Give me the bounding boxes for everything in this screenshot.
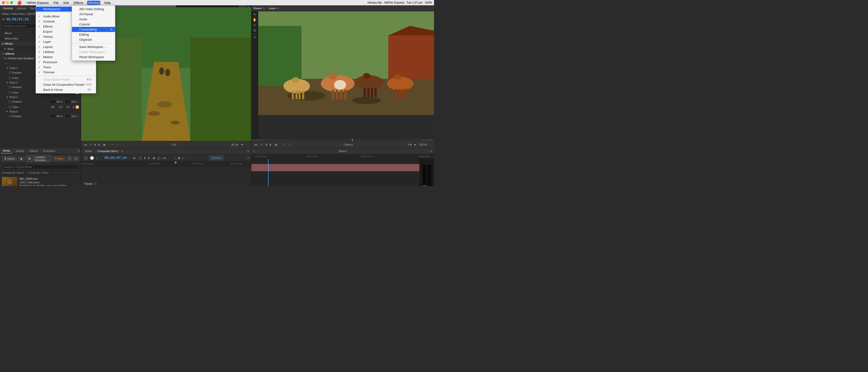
mask-visibility-icon[interactable]: 👁 bbox=[4, 48, 6, 51]
viewer-quality-select[interactable]: Full bbox=[405, 143, 417, 147]
submenu-360-video[interactable]: 360 Video Editing bbox=[72, 6, 115, 11]
select-tool[interactable]: ↖ bbox=[253, 12, 256, 16]
more-options-button[interactable]: ⋯ bbox=[245, 143, 249, 146]
viewer-more-button[interactable]: ⋯ bbox=[428, 143, 432, 146]
play-button[interactable]: ▶ bbox=[103, 143, 107, 147]
apple-menu-item[interactable]: 🍎 bbox=[17, 0, 22, 5]
viewer-out-point[interactable]: ⊣ bbox=[287, 143, 291, 146]
viewer-menu-icon[interactable]: ≡ bbox=[263, 6, 265, 10]
import-button[interactable]: ⬇ Import bbox=[2, 156, 17, 161]
tab-history[interactable]: History bbox=[14, 149, 26, 153]
tab-lifetime[interactable]: Lifetime bbox=[16, 6, 27, 10]
point3-pos-y[interactable]: -300.0 bbox=[64, 100, 79, 104]
hand-tool[interactable]: ✋ bbox=[253, 18, 257, 22]
media-item-1[interactable]: IMG5099 IMG_5099.mov 1920 x 1080 pixels … bbox=[1, 176, 80, 186]
point3-pos-x[interactable]: 300.0 bbox=[50, 100, 64, 104]
point3-header[interactable]: ▼ Point 3 bbox=[0, 95, 81, 99]
point3-r[interactable]: 189 bbox=[49, 105, 56, 109]
layer-menu-icon[interactable]: ≡ bbox=[277, 6, 279, 10]
transform-tool[interactable]: ⊕ bbox=[253, 28, 256, 32]
in-point-button[interactable]: ⊢ bbox=[111, 143, 115, 146]
media-panel-menu-icon[interactable]: ≡ bbox=[78, 149, 80, 153]
tab-controls[interactable]: Controls bbox=[2, 6, 14, 10]
step-back-button[interactable]: ◁| bbox=[88, 143, 93, 146]
point4-pos-x[interactable]: -300.0 bbox=[50, 114, 64, 118]
tab-effects-media[interactable]: Effects bbox=[28, 149, 39, 153]
tl-go-next-key[interactable]: ⏭ bbox=[162, 156, 167, 160]
viewer-step-back[interactable]: ◁| bbox=[259, 143, 263, 146]
tab-text[interactable]: Text bbox=[29, 6, 36, 10]
viewer-go-start[interactable]: ⏮ bbox=[253, 143, 258, 147]
tab-composite-shot[interactable]: Composite Shot 1 bbox=[95, 149, 120, 154]
list-view-button[interactable]: ☰ bbox=[67, 156, 72, 161]
minimize-button[interactable] bbox=[6, 1, 9, 4]
submenu-all-panels[interactable]: All Panels bbox=[72, 11, 115, 17]
tab-processor[interactable]: Processor bbox=[41, 149, 57, 153]
export-button[interactable]: Export ▸ bbox=[209, 155, 223, 160]
help-menu-item[interactable]: Help bbox=[103, 1, 112, 5]
quality-select[interactable]: 66.3% bbox=[229, 143, 244, 147]
mask-tool[interactable]: ◎ bbox=[254, 35, 256, 39]
menu-trimmer[interactable]: ✓ Trimmer bbox=[36, 70, 96, 75]
viewer-in-point[interactable]: ⊢ bbox=[283, 143, 286, 146]
go-start-button[interactable]: ⏮ bbox=[83, 143, 88, 147]
tl-go-prev-key[interactable]: ⏮ bbox=[132, 156, 136, 160]
tl-play-back[interactable]: ⏵⏵ bbox=[143, 155, 152, 160]
window-controls bbox=[2, 1, 13, 4]
viewer-play-pause[interactable]: ⏵⏵ bbox=[264, 142, 273, 147]
play-pause-button[interactable]: ⏵⏵ bbox=[93, 142, 102, 147]
submenu-audio[interactable]: Audio bbox=[72, 17, 115, 22]
point4-header[interactable]: ▼ Point 4 bbox=[0, 110, 81, 114]
tl-step-fwd[interactable]: |▷ bbox=[157, 156, 162, 160]
timeline-snap-btn[interactable]: ⬛ bbox=[83, 156, 89, 160]
effects-menu-item[interactable]: Effects bbox=[73, 1, 84, 5]
grid-view-button[interactable]: ⊞ bbox=[73, 156, 79, 161]
point3-g[interactable]: 133 bbox=[56, 105, 64, 109]
tl-play-fwd[interactable]: ▶ bbox=[152, 156, 156, 160]
tl-step-back[interactable]: ◁| bbox=[137, 156, 142, 160]
hitfilm-menu-item[interactable]: HitFilm Express bbox=[26, 1, 50, 5]
tl-keyframe-prev[interactable]: ◁ bbox=[173, 156, 177, 160]
submenu-colorist[interactable]: Colorist bbox=[72, 22, 115, 27]
menu-back-to-home[interactable]: Back to Home ⌘1 bbox=[36, 87, 96, 92]
timeline-timecode[interactable]: 00;00;07;24 bbox=[104, 156, 127, 160]
edit-menu-item[interactable]: Edit bbox=[62, 1, 70, 5]
submenu-save-workspace[interactable]: Save Workspace... bbox=[72, 44, 115, 50]
point3-b[interactable]: 107 bbox=[64, 105, 71, 109]
close-button[interactable] bbox=[2, 1, 5, 4]
submenu-editing[interactable]: Editing bbox=[72, 32, 115, 37]
point4-pos-y[interactable]: -300.0 bbox=[64, 114, 79, 118]
submenu-reset-workspace[interactable]: Reset Workspace bbox=[72, 55, 115, 60]
file-menu-item[interactable]: File bbox=[53, 1, 60, 5]
new-button[interactable]: ✦ New bbox=[53, 156, 65, 161]
menu-close-all-panels[interactable]: Close All Composition Panels ⇧⌘W bbox=[36, 82, 96, 87]
tracks-add-icon[interactable]: ☰ bbox=[94, 182, 97, 186]
timecode-display[interactable]: 00;00;07;24 bbox=[6, 18, 29, 21]
point3-eyedropper[interactable]: ⊕ bbox=[72, 105, 74, 109]
close-composite-tab[interactable]: ✕ bbox=[121, 149, 124, 153]
meters-menu-icon[interactable]: ≡ bbox=[430, 149, 432, 153]
timeline-menu-icon[interactable]: ≡ bbox=[247, 156, 249, 160]
sort-asc-icon[interactable]: ↑ bbox=[74, 171, 75, 174]
viewer-play[interactable]: ▶ bbox=[274, 143, 279, 147]
tl-keyframe-add[interactable]: ◆ bbox=[177, 156, 181, 160]
submenu-organize[interactable]: Organize bbox=[72, 37, 115, 42]
menu-track[interactable]: ✓ Track bbox=[36, 65, 96, 70]
tab-media[interactable]: Media bbox=[1, 148, 12, 154]
window-menu-item[interactable]: Window bbox=[87, 1, 100, 5]
timeline-marker-btn[interactable]: ◇ bbox=[95, 156, 99, 160]
maximize-button[interactable] bbox=[10, 1, 13, 4]
installed-templates-button[interactable]: ⊞ Installed Templates bbox=[26, 155, 51, 162]
media-search-input[interactable] bbox=[2, 164, 79, 169]
play-preview-button[interactable]: ▶ bbox=[19, 156, 25, 161]
text-tool[interactable]: A bbox=[254, 23, 256, 27]
point3-color-swatch[interactable] bbox=[75, 105, 79, 109]
submenu-compositing[interactable]: Compositing ↖ bbox=[72, 27, 115, 32]
tab-editor[interactable]: Editor bbox=[83, 149, 94, 154]
viewer-scrubber[interactable]: 00;00;07;24 00;04;59;28 bbox=[251, 140, 434, 141]
tl-keyframe-next[interactable]: ▷ bbox=[182, 156, 186, 160]
editor-menu-icon[interactable]: ≡ bbox=[247, 149, 249, 153]
sort-desc-icon[interactable]: ↓ bbox=[78, 171, 79, 174]
out-point-button[interactable]: ⊣ bbox=[115, 143, 119, 146]
timeline-clock-btn[interactable]: 🕐 bbox=[89, 156, 95, 160]
